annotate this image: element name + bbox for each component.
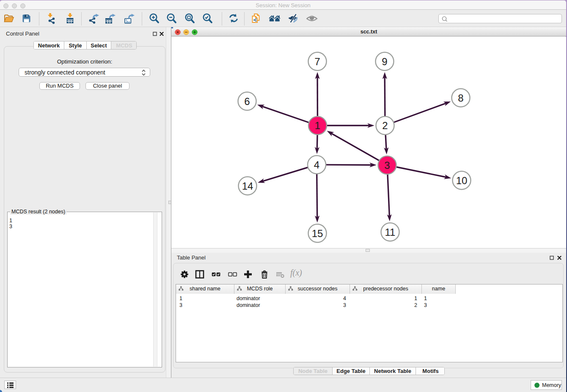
svg-text:9: 9: [382, 56, 387, 67]
svg-text:6: 6: [244, 96, 250, 107]
svg-text:7: 7: [314, 56, 320, 67]
svg-text:1: 1: [315, 120, 320, 131]
svg-text:2: 2: [382, 120, 388, 131]
svg-text:10: 10: [456, 175, 468, 186]
svg-text:14: 14: [242, 180, 253, 192]
svg-text:8: 8: [458, 92, 463, 104]
svg-text:4: 4: [314, 159, 319, 171]
svg-text:11: 11: [385, 226, 396, 238]
svg-text:3: 3: [384, 160, 390, 171]
svg-text:15: 15: [312, 228, 323, 239]
